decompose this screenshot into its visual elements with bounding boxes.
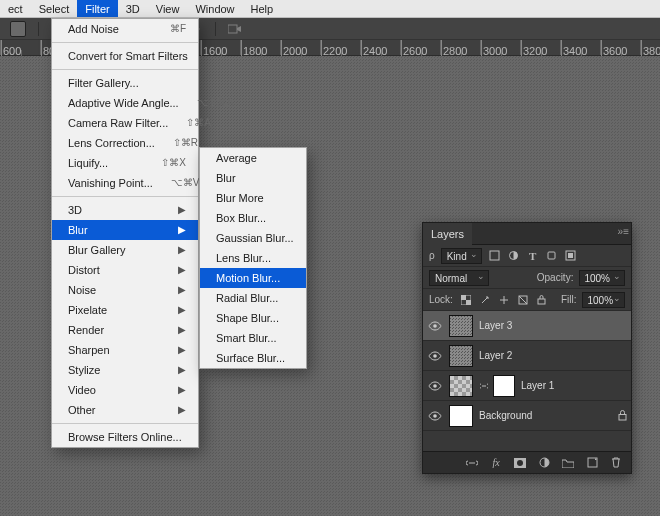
- menu-item-motion-blur[interactable]: Motion Blur...: [200, 268, 306, 288]
- lock-all-icon[interactable]: [535, 293, 549, 307]
- link-mask-icon[interactable]: [479, 378, 489, 394]
- lock-transparency-icon[interactable]: [459, 293, 473, 307]
- ruler-tick: 3000: [480, 40, 520, 55]
- layer-thumbnail[interactable]: [449, 405, 473, 427]
- menu-item-noise[interactable]: Noise▶: [52, 280, 198, 300]
- opacity-label: Opacity:: [537, 272, 574, 283]
- layer-name[interactable]: Layer 1: [521, 380, 554, 391]
- smart-filter-icon[interactable]: [564, 249, 578, 263]
- menu-item-blur-more[interactable]: Blur More: [200, 188, 306, 208]
- svg-rect-13: [538, 299, 545, 304]
- menu-select[interactable]: Select: [31, 0, 78, 17]
- layer-row[interactable]: Layer 3: [423, 311, 631, 341]
- adjustment-layer-icon[interactable]: [537, 456, 551, 470]
- lock-pixels-icon[interactable]: [478, 293, 492, 307]
- menu-item-blur-gallery[interactable]: Blur Gallery▶: [52, 240, 198, 260]
- panel-menu-icon[interactable]: »≡: [618, 226, 629, 237]
- group-icon[interactable]: [561, 456, 575, 470]
- visibility-icon[interactable]: [427, 378, 443, 394]
- menu-item-shape-blur[interactable]: Shape Blur...: [200, 308, 306, 328]
- visibility-icon[interactable]: [427, 348, 443, 364]
- layer-row[interactable]: Background: [423, 401, 631, 431]
- layer-thumbnail[interactable]: [449, 315, 473, 337]
- panel-tabs: Layers »≡: [423, 223, 631, 245]
- fx-icon[interactable]: fx: [489, 456, 503, 470]
- menu-window[interactable]: Window: [187, 0, 242, 17]
- menu-item-vanishing-point[interactable]: Vanishing Point...⌥⌘V: [52, 173, 198, 193]
- svg-point-16: [433, 384, 437, 388]
- kind-select[interactable]: Kind: [441, 248, 482, 264]
- adjustment-filter-icon[interactable]: [507, 249, 521, 263]
- menu-item-blur[interactable]: Blur: [200, 168, 306, 188]
- svg-rect-10: [461, 295, 466, 300]
- blend-mode-select[interactable]: Normal: [429, 270, 489, 286]
- ruler-tick: 3600: [600, 40, 640, 55]
- menu-item-pixelate[interactable]: Pixelate▶: [52, 300, 198, 320]
- svg-point-17: [433, 414, 437, 418]
- layers-panel[interactable]: Layers »≡ ρ Kind T Normal Opacity: 100% …: [422, 222, 632, 474]
- layer-mask-thumbnail[interactable]: [493, 375, 515, 397]
- menu-item-radial-blur[interactable]: Radial Blur...: [200, 288, 306, 308]
- type-filter-icon[interactable]: T: [526, 249, 540, 263]
- menu-item-video[interactable]: Video▶: [52, 380, 198, 400]
- menu-item-stylize[interactable]: Stylize▶: [52, 360, 198, 380]
- filter-type-row: ρ Kind T: [423, 245, 631, 267]
- layer-thumbnail[interactable]: [449, 345, 473, 367]
- menu-item-3d[interactable]: 3D▶: [52, 200, 198, 220]
- mask-icon[interactable]: [513, 456, 527, 470]
- tab-layers[interactable]: Layers: [423, 223, 472, 245]
- layer-row[interactable]: Layer 2: [423, 341, 631, 371]
- menu-item-add-noise[interactable]: Add Noise⌘F: [52, 19, 198, 39]
- menu-separator: [52, 42, 198, 43]
- ruler-tick: 1800: [240, 40, 280, 55]
- svg-point-15: [433, 354, 437, 358]
- menu-item-surface-blur[interactable]: Surface Blur...: [200, 348, 306, 368]
- visibility-icon[interactable]: [427, 408, 443, 424]
- menu-item-blur[interactable]: Blur▶: [52, 220, 198, 240]
- layer-name[interactable]: Layer 3: [479, 320, 512, 331]
- menu-item-lens-blur[interactable]: Lens Blur...: [200, 248, 306, 268]
- menu-item-lens-correction[interactable]: Lens Correction...⇧⌘R: [52, 133, 198, 153]
- menu-item-average[interactable]: Average: [200, 148, 306, 168]
- shape-filter-icon[interactable]: [545, 249, 559, 263]
- ruler-tick: 2400: [360, 40, 400, 55]
- menu-ect[interactable]: ect: [0, 0, 31, 17]
- menu-item-browse-filters-online[interactable]: Browse Filters Online...: [52, 427, 198, 447]
- menu-help[interactable]: Help: [243, 0, 282, 17]
- menu-3d[interactable]: 3D: [118, 0, 148, 17]
- menu-item-render[interactable]: Render▶: [52, 320, 198, 340]
- link-layers-icon[interactable]: [465, 456, 479, 470]
- svg-point-14: [433, 324, 437, 328]
- layer-list: Layer 3Layer 2Layer 1Background: [423, 311, 631, 431]
- trash-icon[interactable]: [609, 456, 623, 470]
- menu-item-adaptive-wide-angle[interactable]: Adaptive Wide Angle...⌥⇧⌘A: [52, 93, 198, 113]
- opacity-value[interactable]: 100%: [579, 270, 625, 286]
- foreground-swatch[interactable]: [10, 21, 26, 37]
- menu-view[interactable]: View: [148, 0, 188, 17]
- layer-name[interactable]: Layer 2: [479, 350, 512, 361]
- visibility-icon[interactable]: [427, 318, 443, 334]
- lock-position-icon[interactable]: [497, 293, 511, 307]
- ruler-tick: 1600: [200, 40, 240, 55]
- menu-item-smart-blur[interactable]: Smart Blur...: [200, 328, 306, 348]
- svg-rect-3: [228, 25, 237, 33]
- menu-item-box-blur[interactable]: Box Blur...: [200, 208, 306, 228]
- menu-item-other[interactable]: Other▶: [52, 400, 198, 420]
- menu-item-convert-for-smart-filters[interactable]: Convert for Smart Filters: [52, 46, 198, 66]
- menu-filter[interactable]: Filter: [77, 0, 117, 17]
- camera-icon[interactable]: [228, 22, 242, 36]
- pixel-filter-icon[interactable]: [488, 249, 502, 263]
- menu-item-camera-raw-filter[interactable]: Camera Raw Filter...⇧⌘A: [52, 113, 198, 133]
- menu-item-gaussian-blur[interactable]: Gaussian Blur...: [200, 228, 306, 248]
- menu-item-distort[interactable]: Distort▶: [52, 260, 198, 280]
- layer-name[interactable]: Background: [479, 410, 532, 421]
- layer-thumbnail[interactable]: [449, 375, 473, 397]
- layer-row[interactable]: Layer 1: [423, 371, 631, 401]
- lock-artboard-icon[interactable]: [516, 293, 530, 307]
- menu-item-filter-gallery[interactable]: Filter Gallery...: [52, 73, 198, 93]
- new-layer-icon[interactable]: [585, 456, 599, 470]
- menu-item-sharpen[interactable]: Sharpen▶: [52, 340, 198, 360]
- menu-item-liquify[interactable]: Liquify...⇧⌘X: [52, 153, 198, 173]
- panel-footer: fx: [423, 451, 631, 473]
- fill-value[interactable]: 100%: [582, 292, 625, 308]
